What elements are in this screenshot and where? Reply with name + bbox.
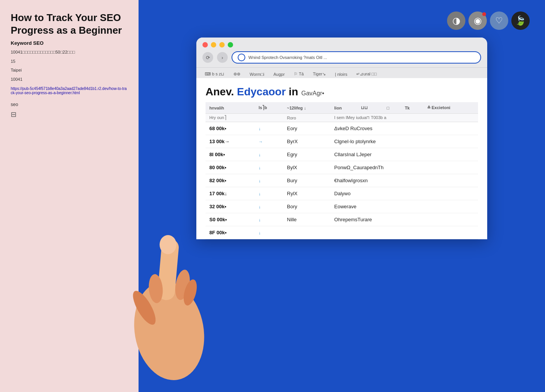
icon-leaf: 🍃: [511, 11, 530, 30]
page-content: Anev. Edycaoor in GavAgr• hnvalih ls⎤b ~…: [196, 78, 487, 239]
page-title: How to Track Your SEO Progress as a Begi…: [11, 11, 128, 36]
tab-ta[interactable]: ⚐ Tā: [290, 70, 308, 78]
col-box: □: [383, 102, 401, 114]
svg-point-2: [160, 235, 176, 254]
cell-c2: CllarsInal LJeper: [330, 148, 478, 161]
heading-part1: Anev.: [206, 86, 234, 98]
cell-vol: 68 00k•: [206, 122, 255, 135]
browser-chrome: ⟳ › Wnind Sprotech Ovsarroking ?mats Oit…: [196, 38, 487, 67]
address-text: Wnind Sprotech Ovsarroking ?mats Oitl ..…: [248, 55, 327, 60]
cell-c1: [283, 226, 331, 239]
table-row: 80 00k• ↓ BylX PonwΩ_CaurapednTh: [206, 161, 478, 174]
cell-vol: 8I 00k•: [206, 148, 255, 161]
heading-part2: Edycaoor: [237, 86, 286, 98]
cell-c1: ByrX: [283, 135, 331, 148]
cell-vol: 32 00k•: [206, 200, 255, 213]
tab-ural[interactable]: ↵⊿ural □□: [352, 70, 380, 78]
tab-worm[interactable]: Worm□i: [246, 70, 268, 78]
right-panel: ◑ ◉ ♡ 🍃 ⟳ › Wnind Spro: [139, 0, 545, 392]
page-url[interactable]: https://pub-5c454f571b8e40a3a2aad27ade84…: [11, 87, 128, 95]
heading-part3: in: [289, 86, 298, 98]
cell-c1: BylX: [283, 161, 331, 174]
cell-arrow: ↓: [255, 174, 283, 187]
cell-vol: 8F 00k•: [206, 226, 255, 239]
top-icons: ◑ ◉ ♡ 🍃: [447, 11, 530, 30]
forward-icon: ›: [222, 55, 223, 60]
col-tk: Tk: [401, 102, 423, 114]
table-row: 8F 00k• ↓: [206, 226, 478, 239]
meta-code: 10041: [11, 76, 128, 83]
browser-window: ⟳ › Wnind Sprotech Ovsarroking ?mats Oit…: [196, 38, 487, 239]
col-blank: ⊔⊔: [357, 102, 383, 114]
table-body: 68 00k• ↓ Eory ΔvkeD RuCroves 13 00k→ → …: [206, 122, 478, 239]
table-row: 17 00k↓ ↓ RylX Dalywo: [206, 187, 478, 200]
back-button[interactable]: ⟳: [202, 52, 213, 63]
address-bar[interactable]: Wnind Sprotech Ovsarroking ?mats Oitl ..…: [232, 51, 481, 64]
svg-point-4: [181, 278, 199, 307]
svg-point-0: [127, 276, 211, 385]
svg-point-3: [173, 268, 192, 301]
back-icon: ⟳: [206, 55, 210, 60]
cell-c2: ΔvkeD RuCroves: [330, 122, 478, 135]
icon-smiley: ◑: [447, 11, 465, 30]
col-lstb: ls⎤b: [255, 102, 283, 114]
cell-vol: 17 00k↓: [206, 187, 255, 200]
subtitle: Keyword SEO: [11, 40, 128, 46]
table-row: 32 00k• ↓ Bory Eowerave: [206, 200, 478, 213]
left-panel: How to Track Your SEO Progress as a Begi…: [0, 0, 139, 392]
cell-c2: [330, 226, 478, 239]
data-table: hnvalih ls⎤b ~12lifeg ↓ lion ⊔⊔ □ Tk ≙ E…: [206, 102, 478, 239]
cell-c2: OhrepemsTurare: [330, 213, 478, 226]
cell-c1: Eory: [283, 122, 331, 135]
tab-tiger[interactable]: Tiger↘: [309, 70, 330, 78]
cell-arrow: ↓: [255, 161, 283, 174]
tab-1[interactable]: ⊛⊛: [230, 70, 244, 78]
table-row: 82 00k• ↓ Bury €halfowIgrosxn: [206, 174, 478, 187]
meta-city: Taipei: [11, 67, 128, 74]
tab-0[interactable]: ⌨ b s z⊔: [201, 70, 228, 78]
cell-c2: ClgneI-lo ptolynrke: [330, 135, 478, 148]
table-row: 13 00k→ → ByrX ClgneI-lo ptolynrke: [206, 135, 478, 148]
table-header-row: hnvalih ls⎤b ~12lifeg ↓ lion ⊔⊔ □ Tk ≙ E…: [206, 102, 478, 114]
table-row: S0 00k• ↓ Nille OhrepemsTurare: [206, 213, 478, 226]
cell-c1: Bury: [283, 174, 331, 187]
minimize-button[interactable]: [211, 42, 216, 47]
page-subheading: GavAgr•: [301, 90, 324, 97]
meta-line1: 10041□□□□□□□□□□□□□50□22□□□: [11, 49, 128, 56]
forward-button[interactable]: ›: [217, 52, 228, 63]
meta-age: 15: [11, 58, 128, 65]
tag-label: seo: [11, 102, 128, 107]
table-row: 8I 00k• ↓ Egry CllarsInal LJeper: [206, 148, 478, 161]
cell-arrow: ↓: [255, 226, 283, 239]
cell-arrow: ↓: [255, 122, 283, 135]
cell-c2: Dalywo: [330, 187, 478, 200]
cell-arrow: ↓: [255, 200, 283, 213]
cell-arrow: →: [255, 135, 283, 148]
browser-toolbar: ⟳ › Wnind Sprotech Ovsarroking ?mats Oit…: [202, 51, 481, 67]
icon-face-red: ◉: [468, 11, 487, 30]
close-button[interactable]: [202, 42, 208, 47]
page-heading: Anev. Edycaoor in: [206, 86, 298, 98]
cell-arrow: ↓: [255, 148, 283, 161]
maximize-button[interactable]: [228, 42, 233, 47]
cell-arrow: ↓: [255, 213, 283, 226]
table-subheader-row: Hry oun⎤ Roro I sem IMey iudua⊓ T003b a: [206, 114, 478, 122]
traffic-lights: [202, 42, 481, 47]
address-icon: [238, 54, 245, 61]
tab-augpr[interactable]: Augpr: [270, 70, 289, 78]
cell-c2: Eowerave: [330, 200, 478, 213]
tab-bar: ⌨ b s z⊔ ⊛⊛ Worm□i Augpr ⚐ Tā Tiger↘ | n…: [196, 67, 487, 78]
tab-nloirs[interactable]: | nloirs: [331, 70, 351, 78]
icon-heart: ♡: [490, 11, 508, 30]
cell-vol: 80 00k•: [206, 161, 255, 174]
cell-c1: Bory: [283, 200, 331, 213]
cell-c1: RylX: [283, 187, 331, 200]
col-lifeg: ~12lifeg ↓: [283, 102, 331, 114]
cell-vol: S0 00k•: [206, 213, 255, 226]
cell-c1: Egry: [283, 148, 331, 161]
svg-point-5: [148, 274, 164, 304]
col-hnvalih: hnvalih: [206, 102, 255, 114]
yellow-light[interactable]: [219, 42, 225, 47]
tag-icon: ⊟: [11, 110, 128, 119]
cell-c2: PonwΩ_CaurapednTh: [330, 161, 478, 174]
